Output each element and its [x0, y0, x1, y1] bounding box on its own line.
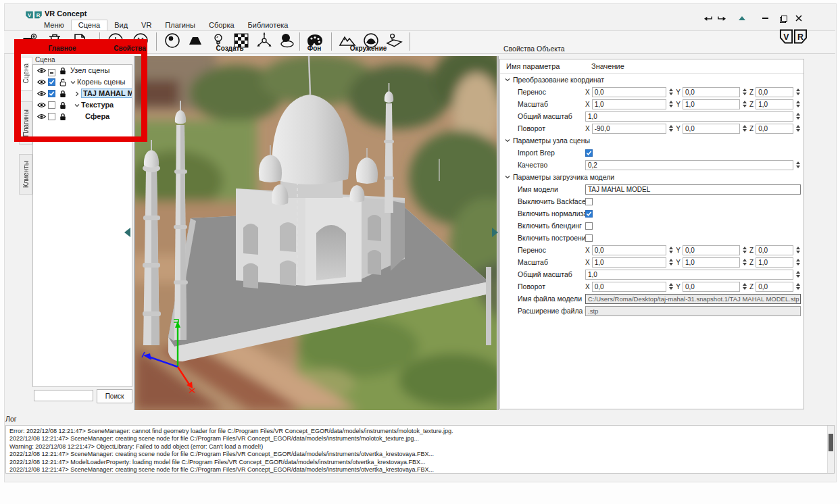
property-checkbox[interactable] [585, 210, 593, 218]
spinner-control[interactable] [668, 258, 674, 266]
property-value-input[interactable]: TAJ MAHAL MODEL [585, 184, 801, 195]
property-checkbox[interactable] [585, 198, 593, 205]
property-value-input[interactable]: 0,0 [756, 282, 793, 292]
close-button[interactable] [793, 14, 804, 23]
property-value-input[interactable]: 1,0 [585, 111, 793, 122]
redo-button[interactable] [716, 14, 727, 23]
spinner-control[interactable] [668, 282, 674, 291]
spinner-control[interactable] [795, 112, 801, 120]
spinner-control[interactable] [742, 100, 747, 108]
property-value-input[interactable]: 0,2 [585, 160, 793, 170]
tree-row[interactable]: Текстура [33, 99, 132, 111]
spinner-control[interactable] [668, 124, 674, 132]
spinner-control[interactable] [795, 88, 801, 96]
visibility-eye-icon[interactable] [37, 91, 46, 97]
property-value-input[interactable]: 1,0 [585, 270, 793, 280]
section-collapse-icon[interactable] [505, 77, 510, 82]
viewport-3d-scene[interactable] [135, 56, 497, 410]
plane-icon[interactable] [186, 32, 204, 49]
spinner-control[interactable] [795, 124, 801, 132]
menu-tab-VR[interactable]: VR [134, 20, 158, 31]
visibility-eye-icon[interactable] [37, 79, 46, 85]
log-scrollbar[interactable] [827, 426, 834, 473]
spinner-control[interactable] [795, 282, 801, 291]
side-tab-Плагины[interactable]: Плагины [19, 101, 32, 145]
search-input[interactable] [34, 390, 93, 401]
section-collapse-icon[interactable] [505, 174, 510, 180]
expander-right-icon[interactable] [74, 91, 80, 97]
spinner-control[interactable] [795, 270, 801, 278]
spinner-control[interactable] [742, 246, 747, 254]
node-toggle-partial[interactable] [48, 69, 55, 76]
property-checkbox[interactable] [585, 149, 593, 157]
lock-icon[interactable] [59, 113, 66, 121]
property-value-input[interactable]: 0,0 [592, 245, 667, 255]
node-checkbox[interactable] [48, 101, 55, 109]
property-value-input[interactable]: 0,0 [683, 282, 740, 292]
minimize-button[interactable] [760, 14, 770, 23]
menu-tab-Вид[interactable]: Вид [107, 20, 134, 31]
lock-icon[interactable] [59, 67, 66, 75]
section-collapse-icon[interactable] [505, 138, 510, 143]
collapse-right-icon[interactable] [492, 228, 498, 237]
property-value-input[interactable]: 1,0 [683, 99, 740, 109]
property-value-input[interactable]: 0,0 [683, 87, 740, 97]
spinner-control[interactable] [742, 88, 747, 96]
tree-node-label[interactable]: Узел сцены [70, 66, 109, 74]
property-value-input[interactable]: -90,0 [592, 124, 667, 134]
undo-button[interactable] [703, 14, 714, 23]
visibility-eye-icon[interactable] [37, 114, 46, 120]
visibility-eye-icon[interactable] [37, 68, 46, 74]
spinner-control[interactable] [795, 161, 801, 169]
spinner-control[interactable] [795, 100, 801, 108]
property-value-input[interactable]: 1,0 [592, 257, 667, 268]
tree-node-label[interactable]: Корень сцены [77, 78, 125, 86]
menu-tab-Сцена[interactable]: Сцена [71, 20, 107, 31]
log-output[interactable]: Error: 2022/12/08 12:21:47> SceneManager… [5, 425, 835, 474]
unlock-icon[interactable] [59, 78, 66, 86]
property-value-input[interactable]: 0,0 [756, 245, 793, 255]
property-value-input[interactable]: 0,0 [683, 124, 740, 134]
property-section-row[interactable]: Преобразование координат [500, 74, 804, 86]
menu-tab-Сборка[interactable]: Сборка [202, 20, 241, 31]
tree-row[interactable]: Сфера [33, 111, 132, 122]
tree-node-label[interactable]: TAJ MAHAL MODEL [81, 89, 132, 98]
node-checkbox[interactable] [48, 78, 55, 86]
collapse-left-icon[interactable] [124, 228, 130, 237]
tree-row[interactable]: Узел сцены [33, 65, 132, 76]
tree-node-label[interactable]: Сфера [85, 112, 109, 120]
lock-icon[interactable] [59, 90, 66, 98]
lock-icon[interactable] [59, 101, 66, 109]
property-section-row[interactable]: Параметры загрузчика модели [500, 171, 804, 183]
expander-down-icon[interactable] [74, 103, 80, 108]
node-checkbox[interactable] [48, 113, 55, 120]
spinner-control[interactable] [795, 246, 801, 254]
property-value-input[interactable]: 0,0 [592, 282, 667, 292]
property-checkbox[interactable] [585, 222, 593, 230]
spinner-control[interactable] [742, 258, 747, 266]
sphere-icon[interactable] [163, 32, 181, 49]
property-value-input[interactable]: 1,0 [592, 99, 667, 109]
property-value-input[interactable]: 1,0 [683, 257, 740, 268]
side-tab-Клиенты[interactable]: Клиенты [19, 154, 32, 195]
spinner-control[interactable] [795, 258, 801, 266]
restore-button[interactable] [777, 14, 788, 23]
tree-row[interactable]: TAJ MAHAL MODEL [33, 88, 132, 99]
spinner-control[interactable] [668, 100, 674, 108]
visibility-eye-icon[interactable] [37, 102, 46, 108]
spinner-control[interactable] [668, 246, 674, 254]
tree-row[interactable]: Корень сцены [33, 76, 132, 88]
property-checkbox[interactable] [585, 234, 593, 242]
property-value-input[interactable]: .stp [585, 306, 801, 316]
search-button[interactable]: Поиск [97, 389, 132, 403]
side-tab-Сцена[interactable]: Сцена [19, 57, 32, 91]
menu-tab-Библиотека[interactable]: Библиотека [241, 20, 295, 31]
tree-node-label[interactable]: Текстура [81, 101, 114, 109]
pin-window-button[interactable] [737, 14, 747, 23]
property-value-input[interactable]: 0,0 [756, 87, 793, 97]
spinner-control[interactable] [668, 88, 674, 96]
property-value-input[interactable]: 0,0 [592, 87, 667, 97]
scene-tree[interactable]: Узел сценыКорень сценыTAJ MAHAL MODELТек… [32, 64, 132, 387]
log-scrollbar-thumb[interactable] [829, 434, 833, 451]
property-value-input[interactable]: 0,0 [683, 245, 740, 255]
